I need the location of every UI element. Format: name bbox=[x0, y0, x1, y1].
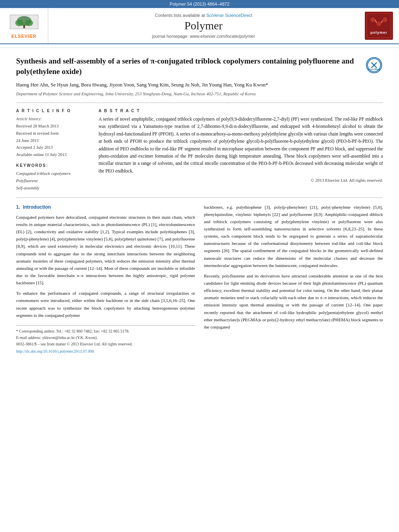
journal-header: ELSEVIER Contents lists available at Sci… bbox=[0, 8, 399, 44]
body-right-p2: Recently, polyfluorene and its derivativ… bbox=[204, 272, 383, 331]
revised-date: 24 June 2013 bbox=[16, 137, 90, 144]
article-title: Synthesis and self-assembly of a series … bbox=[16, 56, 359, 76]
abstract-text: A series of novel amphiphilic, conjugate… bbox=[99, 115, 383, 175]
elsevier-logo: ELSEVIER bbox=[8, 13, 40, 39]
journal-header-right: polymer bbox=[359, 8, 399, 43]
banner-text: Polymer 54 (2013) 4864–4872 bbox=[170, 2, 230, 6]
svg-text:CrossMark: CrossMark bbox=[368, 68, 380, 70]
body-section: 1. Introduction Conjugated polymers have… bbox=[16, 203, 383, 355]
doi-link[interactable]: http://dx.doi.org/10.1016/j.polymer.2013… bbox=[16, 348, 195, 355]
svg-point-2 bbox=[15, 20, 23, 26]
sciverse-anchor[interactable]: SciVerse ScienceDirect bbox=[206, 13, 252, 18]
top-banner: Polymer 54 (2013) 4864–4872 bbox=[0, 0, 399, 8]
svg-point-3 bbox=[25, 20, 33, 26]
journal-header-center: Contents lists available at SciVerse Sci… bbox=[48, 8, 359, 43]
article-meta-bar bbox=[0, 44, 399, 48]
journal-header-left: ELSEVIER bbox=[0, 8, 48, 43]
copyright: © 2013 Elsevier Ltd. All rights reserved… bbox=[99, 178, 383, 183]
article-info-col: A R T I C L E I N F O Article history: R… bbox=[16, 109, 90, 192]
article-info-heading: A R T I C L E I N F O bbox=[16, 109, 90, 113]
body-col-right: backbones, e.g. polythiophene [3], poly(… bbox=[204, 203, 383, 355]
intro-p2: To enhance the performance of conjugated… bbox=[16, 290, 195, 319]
history-label: Article history: bbox=[16, 115, 90, 123]
footnote-section: * Corresponding author. Tel.: +82 32 860… bbox=[16, 325, 195, 355]
crossmark-svg: CrossMark bbox=[367, 58, 381, 73]
page: Polymer 54 (2013) 4864–4872 ELSEVIER Con… bbox=[0, 0, 399, 532]
article-info-abstract: A R T I C L E I N F O Article history: R… bbox=[16, 109, 383, 192]
crossmark[interactable]: CrossMark bbox=[365, 56, 383, 74]
elsevier-logo-svg bbox=[8, 13, 40, 33]
keyword-1: Conjugated triblock copolymers bbox=[16, 170, 90, 177]
divider-1 bbox=[16, 103, 383, 103]
sciverse-link: Contents lists available at SciVerse Sci… bbox=[155, 13, 252, 18]
svg-point-7 bbox=[370, 17, 375, 22]
article-title-section: Synthesis and self-assembly of a series … bbox=[16, 56, 383, 76]
journal-homepage: journal homepage: www.elsevier.com/locat… bbox=[152, 34, 255, 39]
svg-point-8 bbox=[376, 21, 381, 26]
intro-title: 1. Introduction bbox=[16, 203, 195, 211]
abstract-heading: A B S T R A C T bbox=[99, 109, 383, 113]
revised-label: Received in revised form bbox=[16, 130, 90, 137]
keyword-3: Self-assembly bbox=[16, 185, 90, 192]
keyword-2: Polyfluorene bbox=[16, 177, 90, 185]
polymer-logo-image: polymer bbox=[365, 12, 393, 40]
keyword-list: Conjugated triblock copolymers Polyfluor… bbox=[16, 170, 90, 192]
elsevier-brand: ELSEVIER bbox=[11, 34, 36, 39]
intro-p1: Conjugated polymers have delocalized, co… bbox=[16, 214, 195, 286]
accepted-date: Accepted 2 July 2013 bbox=[16, 144, 90, 151]
body-right-p1: backbones, e.g. polythiophene [3], poly(… bbox=[204, 203, 383, 269]
footnote-corresponding: * Corresponding author. Tel.: +82 32 860… bbox=[16, 328, 195, 335]
journal-name: Polymer bbox=[185, 19, 223, 32]
abstract-col: A B S T R A C T A series of novel amphip… bbox=[99, 109, 383, 192]
svg-point-9 bbox=[383, 17, 387, 22]
keywords-section: Keywords: Conjugated triblock copolymers… bbox=[16, 163, 90, 192]
footnote-email: E-mail address: ykkwon@inha.ac.kr (Y.K. … bbox=[16, 335, 195, 341]
online-date: Available online 11 July 2013 bbox=[16, 151, 90, 158]
svg-text:polymer: polymer bbox=[370, 31, 387, 35]
received-date: Received 28 March 2013 bbox=[16, 123, 90, 130]
article-content: Synthesis and self-assembly of a series … bbox=[0, 48, 399, 532]
crossmark-icon[interactable]: CrossMark bbox=[366, 57, 382, 73]
footnote-issn: 0032-3861/$ – see front matter © 2013 El… bbox=[16, 341, 195, 347]
polymer-cover-svg: polymer bbox=[365, 12, 393, 40]
intro-number: 1. bbox=[16, 204, 20, 210]
body-col-left: 1. Introduction Conjugated polymers have… bbox=[16, 203, 195, 355]
affiliation: Department of Polymer Science and Engine… bbox=[16, 91, 383, 96]
intro-heading: Introduction bbox=[23, 204, 51, 210]
svg-rect-4 bbox=[23, 25, 25, 28]
keywords-heading: Keywords: bbox=[16, 163, 90, 168]
authors: Haeng Hee Ahn, Se Hyun Jang, Bora Hwang,… bbox=[16, 81, 383, 89]
divider-2 bbox=[16, 197, 383, 198]
article-info-table: Article history: Received 28 March 2013 … bbox=[16, 115, 90, 158]
